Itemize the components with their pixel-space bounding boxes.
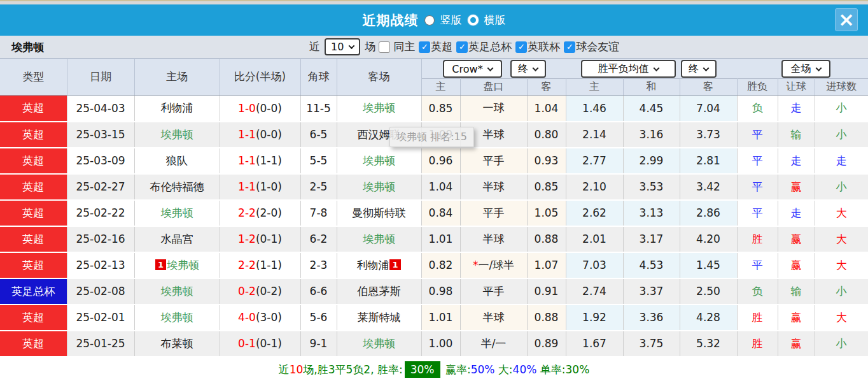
subcol-euro-win: 主 — [566, 79, 623, 96]
checkbox-checked[interactable]: ✓ — [515, 41, 527, 53]
checkbox-checked[interactable]: ✓ — [456, 41, 468, 53]
euro-win-odds: 1.46 — [566, 96, 623, 122]
result-goals: 小 — [815, 331, 868, 357]
summary-text: 单率: — [536, 363, 565, 377]
asian-handicap: 平手 — [460, 278, 527, 305]
summary-text: 40% — [513, 363, 537, 376]
halftime-score: (0-1) — [256, 337, 282, 350]
radio-vertical-layout[interactable] — [424, 15, 435, 25]
euro-odds-time-select[interactable]: 终 — [681, 60, 717, 78]
away-team-name: 莱斯特城 — [358, 311, 401, 324]
corner-count: 6-6 — [300, 278, 337, 305]
euro-draw-odds: 3.17 — [623, 226, 680, 252]
match-date: 25-03-09 — [67, 148, 134, 174]
radio-horizontal-label[interactable]: 横版 — [484, 13, 506, 27]
match-row: 英超25-02-131埃弗顿2-2(1-1)2-3利物浦10.82*一/球半1.… — [0, 252, 868, 278]
away-team: 埃弗顿 — [337, 331, 421, 357]
subcol-euro-draw: 和 — [623, 79, 680, 96]
league-badge: 英超 — [0, 148, 67, 174]
asian-away-odds: 0.88 — [527, 226, 566, 252]
match-date: 25-02-16 — [67, 226, 134, 252]
score-cell: 1-0(0-0) — [220, 96, 300, 122]
score-cell: 1-1(1-0) — [220, 174, 300, 200]
checkbox-checked[interactable]: ✓ — [564, 41, 575, 53]
euro-lose-odds: 7.04 — [680, 96, 737, 122]
period-select[interactable]: 全场 — [781, 60, 830, 78]
radio-horizontal-layout[interactable] — [468, 15, 479, 25]
euro-lose-odds: 3.73 — [680, 122, 737, 148]
radio-vertical-label[interactable]: 竖版 — [440, 13, 462, 27]
asian-handicap: 半球 — [460, 174, 527, 200]
halftime-score: (2-0) — [256, 206, 282, 219]
match-date: 25-02-27 — [67, 174, 134, 200]
euro-lose-odds: 4.20 — [680, 226, 737, 252]
result-wdl: 胜 — [737, 331, 778, 357]
away-team-name: 埃弗顿 — [363, 337, 395, 350]
checkbox-label[interactable]: 英联杯 — [528, 40, 560, 54]
corner-count: 5-5 — [300, 148, 337, 174]
asian-home-odds: 0.96 — [421, 148, 460, 174]
result-wdl: 胜 — [737, 305, 778, 331]
home-team: 埃弗顿 — [134, 122, 220, 148]
match-date: 25-04-03 — [67, 96, 134, 122]
home-team: 利物浦 — [134, 96, 220, 122]
result-wdl: 负 — [737, 96, 778, 122]
asian-home-odds: 0.98 — [421, 278, 460, 305]
fulltime-score: 2-2 — [238, 259, 256, 271]
asian-handicap: 平手 — [460, 148, 527, 174]
away-team-name: 埃弗顿 — [363, 101, 395, 114]
away-team-name: 利物浦 — [356, 259, 389, 271]
home-team-name: 埃弗顿 — [167, 259, 199, 271]
result-wdl: 平 — [737, 200, 778, 226]
match-date: 25-02-13 — [67, 252, 134, 278]
bookmaker-select[interactable]: Crow* — [443, 60, 502, 78]
checkbox-label[interactable]: 同主 — [393, 40, 415, 54]
checkbox-label[interactable]: 英超 — [431, 40, 452, 54]
away-team: 埃弗顿 — [337, 226, 421, 252]
results-table: 类型 日期 主场 比分(半场) 角球 客场 Crow* 终 胜平负均值 终 — [0, 58, 868, 357]
match-row: 英足总杯25-02-08埃弗顿0-2(0-2)6-6伯恩茅斯0.98平手0.91… — [0, 278, 868, 305]
match-row: 英超25-04-03利物浦1-0(0-0)11-5埃弗顿0.85一球1.041.… — [0, 96, 868, 122]
result-goals: 大 — [815, 226, 868, 252]
close-button[interactable]: × — [835, 8, 858, 31]
rank-tooltip: 埃弗顿 排名:15 — [389, 127, 474, 147]
euro-lose-odds: 3.42 — [680, 174, 737, 200]
col-header-type: 类型 — [0, 59, 67, 96]
match-count-select[interactable]: 10 — [325, 38, 360, 55]
corner-count: 7-8 — [300, 200, 337, 226]
asian-home-odds: 1.00 — [421, 331, 460, 357]
asian-odds-time-select[interactable]: 终 — [510, 60, 546, 78]
corner-count: 6-5 — [300, 122, 337, 148]
result-goals: 小 — [815, 96, 868, 122]
asian-away-odds: 0.88 — [527, 305, 566, 331]
subcol-asian-home: 主 — [421, 79, 460, 96]
result-goals: 大 — [815, 252, 868, 278]
result-handicap: 走 — [778, 148, 815, 174]
euro-win-odds: 2.74 — [566, 278, 623, 305]
home-team-name: 利物浦 — [161, 101, 193, 114]
checkbox-checked[interactable]: ✓ — [419, 41, 430, 53]
match-date: 25-02-01 — [67, 305, 134, 331]
result-handicap: 走 — [778, 96, 815, 122]
fulltime-score: 4-0 — [238, 311, 256, 324]
euro-win-odds: 2.01 — [566, 226, 623, 252]
summary-bar: 近10场,胜3平5负2, 胜率:30% 赢率:50% 大:40% 单率:30% — [0, 357, 868, 381]
score-cell: 1-1(1-1) — [220, 148, 300, 174]
match-row: 英超25-01-25布莱顿0-1(0-1)9-1埃弗顿1.00半/一0.891.… — [0, 331, 868, 357]
checkbox-label[interactable]: 球会友谊 — [576, 40, 619, 54]
result-wdl: 平 — [737, 122, 778, 148]
league-badge: 英超 — [0, 96, 67, 122]
euro-lose-odds: 4.28 — [680, 305, 737, 331]
match-row: 英超25-02-16水晶宫1-2(0-1)6-2埃弗顿1.01半球0.882.0… — [0, 226, 868, 252]
score-cell: 2-2(2-0) — [220, 200, 300, 226]
checkbox-unchecked[interactable] — [379, 41, 390, 53]
result-goals: 小 — [815, 122, 868, 148]
checkbox-label[interactable]: 英足总杯 — [468, 40, 512, 54]
match-date: 25-01-25 — [67, 331, 134, 357]
wdl-average-select[interactable]: 胜平负均值 — [581, 60, 676, 78]
subcol-handicap: 盘口 — [460, 79, 527, 96]
summary-text: 场,胜3平5负2, 胜率: — [303, 363, 402, 377]
header-select-area: Crow* 终 胜平负均值 终 全场 — [421, 59, 868, 79]
corner-count: 2-3 — [300, 252, 337, 278]
away-team-name: 曼彻斯特联 — [352, 206, 406, 219]
